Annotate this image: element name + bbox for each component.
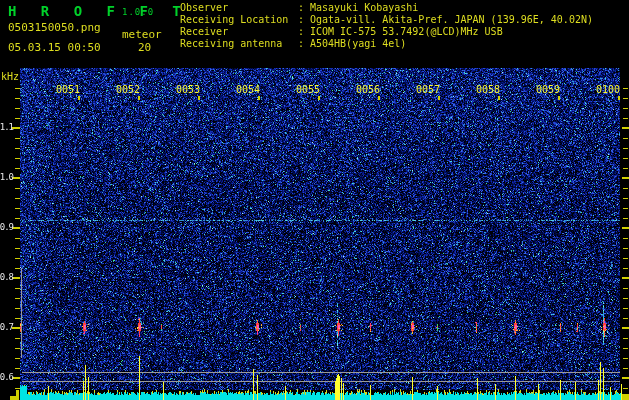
info-value: ICOM IC-575 53.7492(@LCD)MHz USB <box>310 26 503 38</box>
info-separator: : <box>298 38 310 50</box>
info-row-receiver: Receiver : ICOM IC-575 53.7492(@LCD)MHz … <box>180 26 593 38</box>
hrofft-window: H R O F F T 1.0.0 0503150050.png meteor … <box>0 0 629 400</box>
echo-count: 20 <box>138 41 151 54</box>
y-axis-unit: kHz <box>1 71 19 82</box>
y-tick-label: 0.6 <box>0 372 13 382</box>
x-tick-label: 0057 <box>415 84 440 95</box>
info-row-observer: Observer : Masayuki Kobayashi <box>180 2 593 14</box>
x-tick-label: 0100 <box>595 84 620 95</box>
y-tick-label: 0.8 <box>0 272 13 282</box>
app-title: H R O F F T <box>8 3 189 19</box>
output-filename: 0503150050.png <box>8 21 101 34</box>
info-separator: : <box>298 2 310 14</box>
info-separator: : <box>298 14 310 26</box>
info-value: A504HB(yagi 4el) <box>310 38 406 50</box>
info-label: Observer <box>180 2 298 14</box>
station-info: Observer : Masayuki Kobayashi Receiving … <box>180 2 593 50</box>
y-tick-label: 0.7 <box>0 322 13 332</box>
info-row-antenna: Receiving antenna : A504HB(yagi 4el) <box>180 38 593 50</box>
info-row-location: Receiving Location : Ogata-vill. Akita-P… <box>180 14 593 26</box>
x-tick-label: 0059 <box>535 84 560 95</box>
x-tick-label: 0054 <box>235 84 260 95</box>
info-label: Receiver <box>180 26 298 38</box>
x-tick-label: 0058 <box>475 84 500 95</box>
x-tick-label: 0051 <box>55 84 80 95</box>
app-version: 1.0.0 <box>122 7 154 17</box>
spectrogram-canvas <box>0 0 629 400</box>
datetime-label: 05.03.15 00:50 <box>8 41 101 54</box>
info-separator: : <box>298 26 310 38</box>
y-tick-label: 1.0 <box>0 172 13 182</box>
info-value: Ogata-vill. Akita-Pref. JAPAN (139.96E, … <box>310 14 593 26</box>
x-tick-label: 0053 <box>175 84 200 95</box>
info-label: Receiving antenna <box>180 38 298 50</box>
info-value: Masayuki Kobayashi <box>310 2 418 14</box>
info-label: Receiving Location <box>180 14 298 26</box>
mode-label: meteor <box>122 28 162 41</box>
y-tick-label: 0.9 <box>0 222 13 232</box>
x-tick-label: 0055 <box>295 84 320 95</box>
y-tick-label: 1.1 <box>0 122 13 132</box>
x-tick-label: 0052 <box>115 84 140 95</box>
x-tick-label: 0056 <box>355 84 380 95</box>
